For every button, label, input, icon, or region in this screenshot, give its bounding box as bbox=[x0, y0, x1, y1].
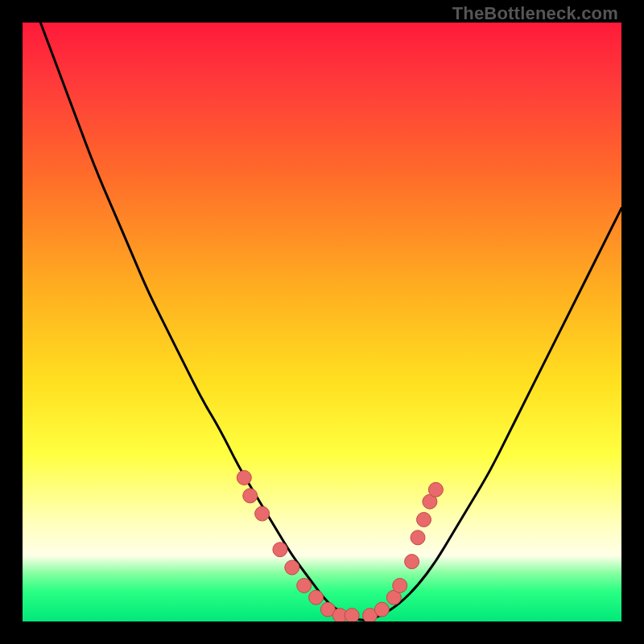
chart-frame bbox=[23, 23, 621, 621]
plot-area bbox=[23, 23, 621, 621]
bottleneck-curve-path bbox=[40, 23, 621, 620]
data-marker bbox=[374, 602, 389, 617]
data-marker bbox=[297, 578, 312, 592]
data-marker bbox=[237, 470, 251, 485]
data-marker bbox=[417, 513, 431, 527]
data-marker bbox=[411, 530, 425, 545]
data-marker bbox=[428, 482, 443, 497]
data-marker bbox=[273, 543, 287, 557]
curve-layer bbox=[23, 23, 621, 621]
data-marker bbox=[393, 578, 407, 592]
watermark-text: TheBottleneck.com bbox=[452, 3, 618, 24]
data-marker bbox=[309, 590, 324, 605]
data-marker bbox=[405, 555, 419, 569]
data-marker bbox=[255, 506, 270, 521]
data-marker bbox=[243, 489, 258, 503]
data-marker bbox=[285, 560, 299, 575]
data-marker bbox=[345, 609, 359, 621]
